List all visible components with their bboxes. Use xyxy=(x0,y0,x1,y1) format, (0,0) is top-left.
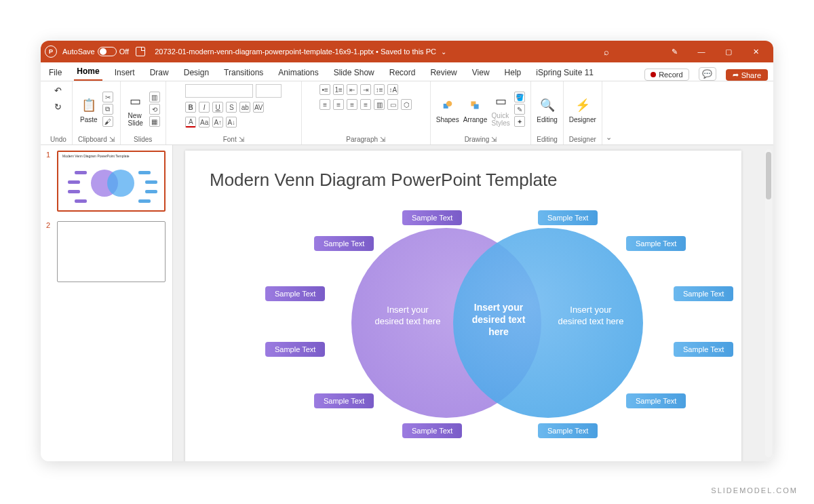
autosave-toggle[interactable]: AutoSave Off xyxy=(62,47,129,56)
font-family-select[interactable] xyxy=(185,84,253,98)
reset-icon[interactable]: ⟲ xyxy=(149,104,160,115)
thumbnail-slide-1[interactable]: 1 Modern Venn Diagram PowerPoint Templat… xyxy=(47,151,166,212)
indent-increase-button[interactable]: ⇥ xyxy=(360,84,371,95)
tab-help[interactable]: Help xyxy=(502,64,524,81)
smartart-button[interactable]: ⬡ xyxy=(401,99,412,110)
share-button[interactable]: ➦ Share xyxy=(726,69,768,81)
designer-button[interactable]: ⚡ Designer xyxy=(569,96,596,123)
new-slide-button[interactable]: ▭ New Slide xyxy=(126,92,145,127)
bullets-button[interactable]: •≡ xyxy=(319,84,330,95)
share-icon: ➦ xyxy=(733,71,739,79)
new-slide-icon: ▭ xyxy=(126,92,145,111)
shape-effects-button[interactable]: ✦ xyxy=(514,116,525,127)
align-text-button[interactable]: ▭ xyxy=(387,99,398,110)
tag-purple-1[interactable]: Sample Text xyxy=(402,210,462,225)
tag-purple-5[interactable]: Sample Text xyxy=(314,393,374,408)
line-spacing-button[interactable]: ↕≡ xyxy=(374,84,385,95)
align-center-button[interactable]: ≡ xyxy=(333,99,344,110)
vertical-scrollbar[interactable] xyxy=(765,149,772,457)
thumbnail-slide-2[interactable]: 2 SlideModel xyxy=(47,221,166,282)
tab-record[interactable]: Record xyxy=(387,64,419,81)
shapes-button[interactable]: Shapes xyxy=(436,96,459,123)
tag-purple-6[interactable]: Sample Text xyxy=(402,423,462,438)
character-spacing-button[interactable]: AV xyxy=(253,102,264,113)
decrease-font-button[interactable]: A↓ xyxy=(226,117,237,128)
ribbon-group-paragraph: •≡ 1≡ ⇤ ⇥ ↕≡ ↕A ≡ ≡ ≡ ≡ ▥ ▭ ⬡ Paragraph⇲ xyxy=(302,81,431,144)
font-color-button[interactable]: A xyxy=(185,117,196,128)
underline-button[interactable]: U xyxy=(212,102,223,113)
maximize-button[interactable]: ▢ xyxy=(715,41,742,62)
record-button[interactable]: Record xyxy=(644,69,689,81)
shadow-button[interactable]: ab xyxy=(239,102,250,113)
venn-left-text[interactable]: Insert your desired text here xyxy=(374,305,442,328)
cut-icon[interactable]: ✂ xyxy=(102,92,113,102)
change-case-button[interactable]: Aa xyxy=(199,117,210,128)
italic-button[interactable]: I xyxy=(199,102,210,113)
tab-insert[interactable]: Insert xyxy=(112,64,138,81)
comments-button[interactable]: 💬 xyxy=(699,67,716,81)
redo-button[interactable]: ↻ xyxy=(52,100,64,113)
tab-draw[interactable]: Draw xyxy=(147,64,172,81)
tab-file[interactable]: File xyxy=(46,64,64,81)
font-size-select[interactable] xyxy=(256,84,282,98)
tag-purple-3[interactable]: Sample Text xyxy=(265,286,325,301)
tab-animations[interactable]: Animations xyxy=(275,64,321,81)
strikethrough-button[interactable]: S xyxy=(226,102,237,113)
dialog-launcher-icon[interactable]: ⇲ xyxy=(109,136,115,143)
align-left-button[interactable]: ≡ xyxy=(319,99,330,110)
collapse-ribbon-icon[interactable]: ⌄ xyxy=(606,133,612,142)
ribbon-display-button[interactable]: ✎ xyxy=(661,41,688,62)
tab-view[interactable]: View xyxy=(469,64,492,81)
increase-font-button[interactable]: A↑ xyxy=(212,117,223,128)
tag-blue-2[interactable]: Sample Text xyxy=(626,236,686,251)
save-icon[interactable] xyxy=(136,47,145,56)
shape-outline-button[interactable]: ✎ xyxy=(514,104,525,115)
format-painter-icon[interactable]: 🖌 xyxy=(102,116,113,127)
venn-right-text[interactable]: Insert your desired text here xyxy=(557,305,625,328)
numbering-button[interactable]: 1≡ xyxy=(333,84,344,95)
dialog-launcher-icon[interactable]: ⇲ xyxy=(239,136,244,143)
tag-blue-1[interactable]: Sample Text xyxy=(538,210,598,225)
dialog-launcher-icon[interactable]: ⇲ xyxy=(491,136,497,143)
undo-button[interactable]: ↶ xyxy=(52,84,64,96)
ribbon-group-slides: ▭ New Slide ▥ ⟲ ▦ Slides xyxy=(121,81,166,144)
tab-slide-show[interactable]: Slide Show xyxy=(331,64,377,81)
tab-home[interactable]: Home xyxy=(74,63,102,81)
columns-button[interactable]: ▥ xyxy=(374,99,385,110)
arrange-button[interactable]: Arrange xyxy=(463,96,488,123)
toggle-switch-icon[interactable] xyxy=(98,47,117,56)
document-title[interactable]: 20732-01-modern-venn-diagram-powerpoint-… xyxy=(155,47,446,56)
indent-decrease-button[interactable]: ⇤ xyxy=(347,84,357,95)
quick-styles-button[interactable]: ▭ Quick Styles xyxy=(491,92,510,127)
copy-icon[interactable]: ⧉ xyxy=(102,104,113,115)
layout-icon[interactable]: ▥ xyxy=(149,92,160,102)
slide-canvas[interactable]: Modern Venn Diagram PowerPoint Template … xyxy=(185,151,741,461)
dialog-launcher-icon[interactable]: ⇲ xyxy=(380,136,385,143)
minimize-button[interactable]: — xyxy=(688,41,715,62)
editing-button[interactable]: 🔍 Editing xyxy=(537,96,558,123)
chevron-down-icon[interactable]: ⌄ xyxy=(441,48,446,56)
section-icon[interactable]: ▦ xyxy=(149,116,160,127)
tab-transitions[interactable]: Transitions xyxy=(221,64,266,81)
tab-design[interactable]: Design xyxy=(181,64,212,81)
text-direction-button[interactable]: ↕A xyxy=(387,84,398,95)
tag-purple-4[interactable]: Sample Text xyxy=(265,342,325,357)
scroll-thumb[interactable] xyxy=(766,152,771,199)
tag-blue-4[interactable]: Sample Text xyxy=(674,342,733,357)
slide-canvas-area[interactable]: Modern Venn Diagram PowerPoint Template … xyxy=(173,145,773,461)
tag-blue-6[interactable]: Sample Text xyxy=(538,423,598,438)
bold-button[interactable]: B xyxy=(185,102,196,113)
tag-blue-5[interactable]: Sample Text xyxy=(626,393,686,408)
tag-blue-3[interactable]: Sample Text xyxy=(674,286,733,301)
tab-ispring[interactable]: iSpring Suite 11 xyxy=(533,64,596,81)
paste-button[interactable]: 📋 Paste xyxy=(79,96,98,123)
shape-fill-button[interactable]: 🪣 xyxy=(514,92,525,102)
tab-review[interactable]: Review xyxy=(427,64,459,81)
slide-title[interactable]: Modern Venn Diagram PowerPoint Template xyxy=(185,151,741,191)
align-right-button[interactable]: ≡ xyxy=(347,99,357,110)
justify-button[interactable]: ≡ xyxy=(360,99,371,110)
venn-mid-text[interactable]: Insert your desired text here xyxy=(465,301,532,338)
close-button[interactable]: ✕ xyxy=(742,41,769,62)
tag-purple-2[interactable]: Sample Text xyxy=(314,236,374,251)
search-button[interactable]: ⌕ xyxy=(593,41,620,62)
